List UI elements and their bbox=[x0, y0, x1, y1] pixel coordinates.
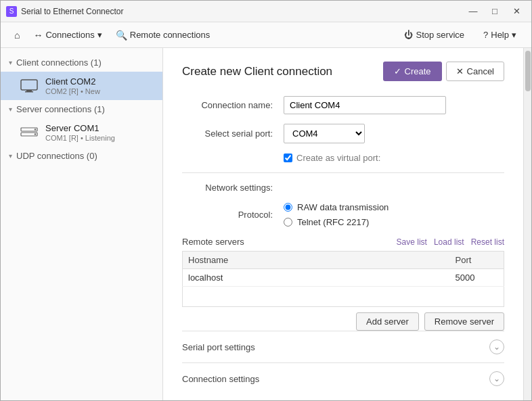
connections-icon: ↔ bbox=[33, 30, 43, 41]
help-chevron-icon: ▾ bbox=[512, 30, 516, 40]
connection-name-input[interactable] bbox=[284, 96, 446, 114]
window-title: Serial to Ethernet Connector bbox=[21, 7, 464, 16]
sidebar: ▾ Client connections (1) Client COM2 COM… bbox=[1, 48, 163, 400]
save-list-button[interactable]: Save list bbox=[397, 237, 427, 247]
serial-port-settings-section[interactable]: Serial port settings ⌄ bbox=[182, 331, 504, 362]
minimize-button[interactable]: — bbox=[464, 4, 483, 19]
udp-collapse-icon: ▾ bbox=[9, 152, 12, 160]
server-com1-icon bbox=[20, 125, 39, 140]
server-com1-text: Server COM1 COM1 [R] • Listening bbox=[45, 123, 115, 142]
remove-server-button[interactable]: Remove server bbox=[424, 312, 504, 331]
servers-table-body: localhost 5000 bbox=[183, 269, 504, 307]
remote-servers-title: Remote servers bbox=[182, 237, 244, 247]
main-window: S Serial to Ethernet Connector — □ ✕ ⌂ ↔… bbox=[0, 0, 532, 401]
connection-name-label: Connection name: bbox=[182, 100, 284, 110]
svg-rect-1 bbox=[26, 90, 32, 91]
connection-settings-expand-icon: ⌄ bbox=[489, 371, 504, 386]
telnet-protocol-option[interactable]: Telnet (RFC 2217) bbox=[284, 217, 389, 227]
create-label: Create bbox=[405, 66, 431, 76]
network-settings-label: Network settings: bbox=[182, 183, 284, 193]
title-bar: S Serial to Ethernet Connector — □ ✕ bbox=[1, 1, 531, 22]
svg-point-5 bbox=[35, 128, 36, 130]
table-row: localhost 5000 bbox=[183, 269, 504, 287]
connection-settings-section[interactable]: Connection settings ⌄ bbox=[182, 362, 504, 394]
header-actions: ✓ Create ✕ Cancel bbox=[383, 62, 505, 81]
protocol-label: Protocol: bbox=[182, 210, 284, 220]
select-port-label: Select serial port: bbox=[182, 128, 284, 139]
telnet-protocol-label: Telnet (RFC 2217) bbox=[297, 217, 369, 227]
servers-table: Hostname Port localhost 5000 bbox=[182, 251, 504, 307]
create-check-icon: ✓ bbox=[394, 66, 401, 76]
help-button[interactable]: ? Help ▾ bbox=[476, 27, 523, 43]
virtual-port-checkbox[interactable] bbox=[284, 154, 292, 162]
add-server-button[interactable]: Add server bbox=[356, 312, 419, 331]
stop-service-label: Stop service bbox=[416, 30, 464, 40]
app-icon: S bbox=[6, 6, 17, 17]
server-port-cell: 5000 bbox=[450, 269, 504, 287]
client-com2-text: Client COM2 COM2 [R] • New bbox=[45, 76, 100, 95]
port-column-header: Port bbox=[450, 252, 504, 269]
telnet-radio[interactable] bbox=[284, 218, 292, 227]
server-hostname-cell: localhost bbox=[183, 269, 450, 287]
client-connections-header[interactable]: ▾ Client connections (1) bbox=[1, 53, 162, 72]
client-com2-name: Client COM2 bbox=[45, 76, 100, 87]
server-com1-name: Server COM1 bbox=[45, 123, 115, 133]
virtual-port-label[interactable]: Create as virtual port: bbox=[284, 153, 380, 163]
server-collapse-icon: ▾ bbox=[9, 105, 12, 113]
cancel-label: Cancel bbox=[467, 66, 494, 76]
udp-connections-label: UDP connections (0) bbox=[16, 151, 97, 161]
server-connections-header[interactable]: ▾ Server connections (1) bbox=[1, 100, 162, 118]
home-icon: ⌂ bbox=[14, 30, 20, 41]
content-area: Create new Client connection ✓ Create ✕ … bbox=[163, 48, 523, 400]
protocol-options: RAW data transmission Telnet (RFC 2217) bbox=[284, 202, 389, 227]
remote-servers-section: Remote servers Save list Load list Reset… bbox=[182, 237, 504, 331]
create-button[interactable]: ✓ Create bbox=[383, 62, 442, 81]
home-button[interactable]: ⌂ bbox=[9, 27, 25, 43]
serial-port-expand-icon: ⌄ bbox=[489, 339, 504, 354]
form-header: Create new Client connection ✓ Create ✕ … bbox=[182, 62, 504, 81]
sidebar-item-server-com1[interactable]: Server COM1 COM1 [R] • Listening bbox=[1, 118, 162, 147]
stop-service-icon: ⏻ bbox=[404, 30, 413, 40]
raw-protocol-option[interactable]: RAW data transmission bbox=[284, 202, 389, 212]
connections-chevron-icon: ▾ bbox=[97, 30, 102, 40]
sidebar-item-client-com2[interactable]: Client COM2 COM2 [R] • New bbox=[1, 72, 162, 100]
virtual-port-row: Create as virtual port: bbox=[182, 153, 504, 163]
close-button[interactable]: ✕ bbox=[507, 4, 526, 19]
svg-rect-0 bbox=[21, 80, 37, 90]
toolbar-right: ⏻ Stop service ? Help ▾ bbox=[397, 27, 523, 43]
select-port-row: Select serial port: COM4 COM1 COM2 COM3 … bbox=[182, 124, 504, 143]
scrollbar[interactable] bbox=[523, 48, 531, 400]
toolbar: ⌂ ↔ Connections ▾ 🔍 Remote connections ⏻… bbox=[1, 22, 531, 48]
servers-header: Remote servers Save list Load list Reset… bbox=[182, 237, 504, 247]
server-buttons: Add server Remove server bbox=[182, 312, 504, 331]
network-settings-row: Network settings: bbox=[182, 183, 504, 193]
udp-connections-header[interactable]: ▾ UDP connections (0) bbox=[1, 147, 162, 165]
scroll-thumb[interactable] bbox=[525, 51, 531, 91]
connections-label: Connections bbox=[45, 30, 94, 40]
hostname-column-header: Hostname bbox=[183, 252, 450, 269]
virtual-port-text: Create as virtual port: bbox=[296, 153, 380, 163]
svg-point-6 bbox=[35, 133, 36, 135]
client-collapse-icon: ▾ bbox=[9, 59, 12, 66]
serial-port-settings-label: Serial port settings bbox=[182, 342, 255, 352]
connection-settings-label: Connection settings bbox=[182, 374, 259, 384]
server-com1-sub: COM1 [R] • Listening bbox=[45, 134, 115, 142]
remote-connections-label: Remote connections bbox=[130, 30, 210, 40]
table-row-empty bbox=[183, 287, 504, 307]
client-connections-label: Client connections (1) bbox=[16, 57, 102, 68]
reset-list-button[interactable]: Reset list bbox=[471, 237, 504, 247]
cancel-x-icon: ✕ bbox=[456, 66, 464, 76]
client-com2-sub: COM2 [R] • New bbox=[45, 87, 100, 95]
raw-radio[interactable] bbox=[284, 203, 292, 212]
load-list-button[interactable]: Load list bbox=[434, 237, 464, 247]
protocol-row: Protocol: RAW data transmission Telnet (… bbox=[182, 202, 504, 227]
remote-connections-button[interactable]: 🔍 Remote connections bbox=[110, 27, 216, 43]
stop-service-button[interactable]: ⏻ Stop service bbox=[397, 27, 471, 43]
help-icon: ? bbox=[483, 30, 488, 40]
window-controls: — □ ✕ bbox=[464, 4, 526, 19]
maximize-button[interactable]: □ bbox=[485, 4, 504, 19]
connections-button[interactable]: ↔ Connections ▾ bbox=[28, 27, 107, 43]
serial-port-select[interactable]: COM4 COM1 COM2 COM3 COM5 bbox=[284, 124, 365, 143]
cancel-button[interactable]: ✕ Cancel bbox=[446, 62, 504, 81]
connection-name-row: Connection name: bbox=[182, 96, 504, 114]
